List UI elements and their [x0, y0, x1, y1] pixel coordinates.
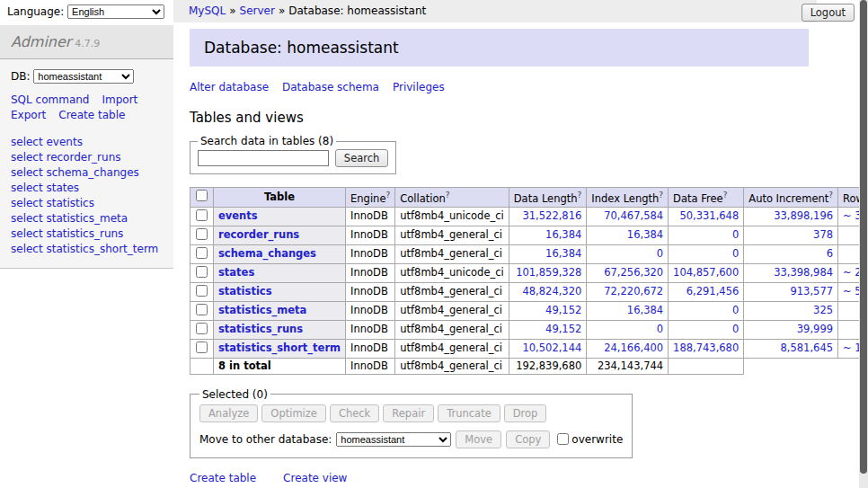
rows-link[interactable]: ~ 136,108 [843, 342, 859, 354]
breadcrumb-server-link[interactable]: Server [240, 4, 275, 17]
data-length-link[interactable]: 101,859,328 [516, 266, 581, 279]
move-button[interactable]: Move [456, 430, 501, 448]
table-name-link[interactable]: events [218, 209, 258, 222]
data-free-link[interactable]: 0 [732, 228, 739, 241]
index-length-link[interactable]: 16,384 [627, 304, 663, 316]
auto-increment-link[interactable]: 6 [827, 247, 833, 260]
create-table-link[interactable]: Create table [190, 472, 256, 484]
index-length-link[interactable]: 0 [657, 247, 663, 260]
check-button[interactable]: Check [330, 404, 379, 422]
rows-link[interactable]: ~ 312,180 [843, 209, 859, 222]
data-length-link[interactable]: 16,384 [545, 228, 581, 241]
copy-button[interactable]: Copy [506, 430, 550, 448]
select-all-checkbox[interactable] [196, 190, 208, 201]
row-checkbox[interactable] [196, 209, 208, 221]
sidebar-select-statistics-runs-link[interactable]: select statistics_runs [11, 226, 163, 242]
data-length-link[interactable]: 49,152 [545, 304, 581, 316]
table-name-link[interactable]: statistics_meta [218, 304, 306, 316]
row-checkbox[interactable] [196, 304, 208, 315]
auto-increment-link[interactable]: 378 [813, 228, 833, 241]
data-free-link[interactable]: 50,331,648 [679, 209, 739, 222]
row-checkbox[interactable] [196, 323, 208, 334]
data-free-link[interactable]: 6,291,456 [686, 285, 740, 297]
sidebar-select-statistics-link[interactable]: select statistics [11, 196, 163, 211]
sidebar-select-events-link[interactable]: select events [11, 135, 163, 150]
create-table-link[interactable]: Create table [58, 109, 125, 121]
data-length-link[interactable]: 10,502,144 [522, 342, 581, 354]
table-name-link[interactable]: statistics_short_term [218, 342, 341, 354]
alter-database-link[interactable]: Alter database [190, 81, 269, 93]
auto-increment-link[interactable]: 8,581,645 [781, 342, 834, 354]
db-select[interactable]: homeassistant [33, 69, 134, 84]
help-link[interactable]: ? [723, 191, 728, 200]
sidebar-select-recorder-runs-link[interactable]: select recorder_runs [11, 150, 163, 165]
auto-increment-link[interactable]: 39,999 [797, 323, 833, 335]
index-length-link[interactable]: 67,256,320 [604, 266, 663, 279]
export-link[interactable]: Export [11, 109, 46, 121]
index-length-link[interactable]: 70,467,584 [604, 209, 663, 222]
repair-button[interactable]: Repair [383, 404, 434, 422]
logout-button[interactable]: Logout [802, 4, 855, 22]
help-link[interactable]: ? [659, 191, 663, 200]
data-free-link[interactable]: 0 [732, 247, 739, 260]
rows-link[interactable]: ~ 569,159 [843, 285, 859, 297]
row-checkbox[interactable] [196, 285, 208, 297]
auto-increment-link[interactable]: 913,577 [790, 285, 833, 297]
drop-button[interactable]: Drop [504, 404, 547, 422]
move-db-select[interactable]: homeassistant [336, 432, 451, 447]
row-checkbox[interactable] [196, 247, 208, 259]
sidebar-select-schema-changes-link[interactable]: select schema_changes [11, 165, 163, 181]
analyze-button[interactable]: Analyze [199, 404, 258, 422]
search-input[interactable] [198, 150, 329, 166]
index-length-link[interactable]: 24,166,400 [604, 342, 663, 354]
scrollbar-thumb[interactable] [860, 0, 867, 474]
rows-link[interactable]: ~ 299,833 [843, 266, 859, 279]
help-link[interactable]: ? [828, 191, 833, 200]
row-checkbox[interactable] [196, 266, 208, 278]
data-free-link[interactable]: 104,857,600 [673, 266, 739, 279]
index-length-link[interactable]: 16,384 [627, 228, 663, 241]
optimize-button[interactable]: Optimize [261, 404, 326, 422]
table-name-link[interactable]: statistics_runs [218, 323, 303, 335]
auto-increment-link[interactable]: 33,898,196 [774, 209, 833, 222]
scrollbar[interactable] [859, 0, 868, 488]
data-free-link[interactable]: 0 [732, 304, 739, 316]
sidebar-select-states-link[interactable]: select states [11, 181, 163, 196]
data-length-link[interactable]: 16,384 [545, 247, 581, 260]
row-checkbox[interactable] [196, 228, 208, 240]
table-name-link[interactable]: statistics [218, 285, 272, 297]
select-all-cell [190, 188, 214, 208]
data-length-link[interactable]: 31,522,816 [522, 209, 581, 222]
data-length-link[interactable]: 48,824,320 [522, 285, 581, 297]
table-row: statesInnoDButf8mb4_unicode_ci101,859,32… [190, 263, 860, 282]
collation-cell: utf8mb4_general_ci [395, 301, 509, 320]
auto-increment-link[interactable]: 33,398,984 [774, 266, 833, 279]
index-length-link[interactable]: 0 [657, 323, 663, 335]
truncate-button[interactable]: Truncate [438, 404, 500, 422]
help-link[interactable]: ? [578, 191, 582, 200]
data-free-link[interactable]: 188,743,680 [673, 342, 739, 354]
language-select[interactable]: English [67, 4, 164, 19]
table-name-link[interactable]: schema_changes [218, 247, 316, 260]
create-view-link[interactable]: Create view [283, 472, 347, 484]
auto-increment-link[interactable]: 325 [813, 304, 833, 316]
index-length-link[interactable]: 72,220,672 [604, 285, 663, 297]
data-free-link[interactable]: 0 [732, 323, 739, 335]
sidebar-select-statistics-meta-link[interactable]: select statistics_meta [11, 211, 163, 226]
sql-command-link[interactable]: SQL command [11, 93, 89, 106]
table-name-link[interactable]: recorder_runs [218, 228, 299, 241]
overwrite-checkbox[interactable] [557, 433, 569, 445]
search-button[interactable]: Search [335, 149, 389, 167]
row-checkbox[interactable] [196, 342, 208, 353]
database-schema-link[interactable]: Database schema [282, 81, 379, 93]
table-row: statisticsInnoDButf8mb4_general_ci48,824… [190, 282, 860, 301]
help-link[interactable]: ? [385, 191, 390, 200]
table-name-link[interactable]: states [218, 266, 254, 279]
data-length-link[interactable]: 49,152 [545, 323, 581, 335]
sidebar-select-statistics-short-term-link[interactable]: select statistics_short_term [11, 242, 163, 257]
rows-cell: ~ 5 [838, 226, 859, 244]
breadcrumb-mysql-link[interactable]: MySQL [189, 4, 226, 17]
import-link[interactable]: Import [102, 93, 137, 106]
help-link[interactable]: ? [446, 191, 450, 200]
privileges-link[interactable]: Privileges [393, 81, 445, 93]
